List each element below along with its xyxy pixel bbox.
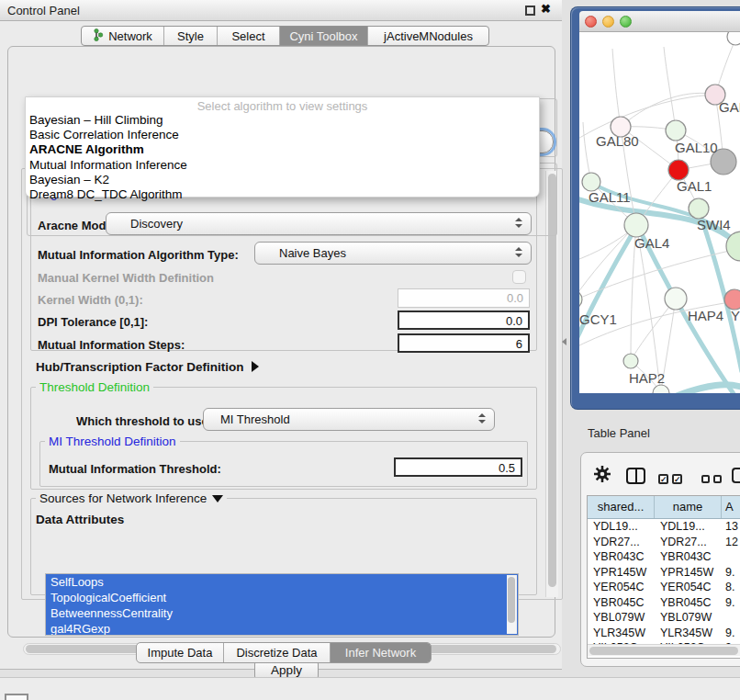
tab-cyni-toolbox-label: Cyni Toolbox [289, 29, 357, 43]
network-edge[interactable] [579, 225, 636, 299]
sources-legend[interactable]: Sources for Network Inference [36, 491, 227, 505]
table-cell: YER054C [588, 580, 655, 595]
table-cell: YLR345W [655, 626, 722, 641]
attribute-list-item[interactable]: TopologicalCoefficient [46, 590, 518, 605]
select-all-checkboxes-icon[interactable]: ✓✓ [658, 469, 686, 486]
stepper-arrows-icon [478, 413, 486, 423]
table-row[interactable]: YPR145WYPR145W9. [588, 565, 740, 581]
column-header-name[interactable]: name [655, 496, 722, 518]
network-node-hap4[interactable] [665, 288, 687, 310]
mac-minimize-icon[interactable] [602, 16, 614, 28]
function-builder-icon[interactable] [732, 468, 740, 483]
mi-steps-label: Mutual Information Steps: [38, 338, 185, 352]
partial-toolbar-icon[interactable] [5, 694, 28, 700]
table-row[interactable]: YDL19...YDL19...13 [588, 519, 740, 535]
control-panel-title: Control Panel [7, 4, 80, 17]
cyni-bottom-tabstrip: Impute Data Discretize Data Infer Networ… [136, 642, 432, 663]
splitpane-collapse-handle[interactable] [562, 338, 566, 345]
checked-box-icon: ✓ [672, 474, 682, 484]
data-attributes-list[interactable]: SelfLoopsTopologicalCoefficientBetweenne… [45, 573, 519, 636]
network-node-gal11[interactable] [582, 173, 600, 191]
network-node-gal4[interactable] [624, 213, 648, 237]
table-cell: YBL079W [588, 610, 655, 626]
network-edge[interactable] [612, 49, 621, 127]
table-row[interactable]: YDR27...YDR27...12 [588, 535, 740, 550]
attribute-list-item[interactable]: BetweennessCentrality [46, 605, 518, 621]
table-row[interactable]: YER054CYER054C8. [588, 580, 740, 595]
network-node-top-partial[interactable] [727, 32, 740, 45]
network-node-gal10[interactable] [666, 120, 686, 141]
network-node-gcy1[interactable] [579, 290, 582, 309]
algorithm-option[interactable]: Bayesian – K2 [26, 173, 539, 187]
network-edge[interactable] [621, 93, 715, 127]
column-header-shared-name[interactable]: shared... [588, 496, 655, 518]
tab-jactivemnodules[interactable]: jActiveMNodules [367, 27, 488, 45]
network-edge[interactable] [664, 47, 676, 130]
mi-steps-field[interactable]: 6 [398, 333, 530, 353]
float-window-icon[interactable] [525, 6, 535, 16]
gear-icon[interactable] [594, 466, 611, 486]
table-panel: ✓✓ shared... name A YDL19...YDL19...13YD… [580, 452, 740, 667]
kernel-width-field[interactable]: 0.0 [398, 288, 530, 308]
network-node-salmon[interactable] [724, 289, 740, 310]
which-threshold-combobox[interactable]: MI Threshold [203, 408, 495, 431]
attribute-list-item[interactable]: gal4RGexp [46, 621, 518, 636]
attribute-list-item[interactable]: SelfLoops [46, 574, 518, 590]
table-cell: 13 [722, 519, 740, 535]
table-cell: 9. [722, 595, 740, 611]
attributes-scrollbar[interactable] [507, 575, 517, 634]
scrollbar-thumb[interactable] [589, 647, 738, 655]
network-window-titlebar[interactable] [579, 11, 740, 32]
mac-zoom-icon[interactable] [620, 16, 632, 28]
tab-discretize-data[interactable]: Discretize Data [223, 643, 330, 662]
tab-network[interactable]: Network [82, 27, 163, 45]
mi-algorithm-type-value: Naive Bayes [255, 246, 346, 260]
tab-style[interactable]: Style [163, 27, 217, 45]
dpi-tolerance-field[interactable]: 0.0 [398, 310, 530, 330]
tab-network-label: Network [108, 29, 152, 43]
table-cell: YDL19... [588, 519, 655, 535]
manual-kernel-width-checkbox[interactable] [512, 270, 526, 284]
tab-impute-data[interactable]: Impute Data [137, 643, 223, 662]
network-node-bottom-partial[interactable] [653, 385, 669, 393]
hub-section-toggle[interactable]: Hub/Transcription Factor Definition [36, 360, 259, 374]
table-row[interactable]: YBR043CYBR043C [588, 549, 740, 565]
algorithm-option[interactable]: Bayesian – Hill Climbing [26, 113, 539, 128]
mi-threshold-field[interactable]: 0.5 [394, 457, 522, 477]
node-attribute-table[interactable]: shared... name A YDL19...YDL19...13YDR27… [587, 495, 740, 659]
show-columns-icon[interactable] [626, 468, 645, 484]
column-header-partial[interactable]: A [722, 496, 740, 518]
network-node-gal1-red[interactable] [668, 160, 689, 180]
hub-section-label: Hub/Transcription Factor Definition [36, 360, 244, 374]
dpi-tolerance-label: DPI Tolerance [0,1]: [38, 315, 148, 329]
mi-algorithm-type-combobox[interactable]: Naive Bayes [254, 242, 532, 265]
mi-algorithm-type-label: Mutual Information Algorithm Type: [38, 248, 239, 262]
algorithm-option[interactable]: Mutual Information Inference [26, 158, 539, 173]
close-icon[interactable]: ✖ [541, 2, 551, 16]
algorithm-option[interactable]: Dream8 DC_TDC Algorithm [26, 187, 539, 202]
algorithm-option[interactable]: ARACNE Algorithm [26, 142, 539, 157]
tab-infer-network[interactable]: Infer Network [330, 643, 431, 662]
table-horizontal-scrollbar[interactable] [588, 644, 740, 656]
tab-cyni-toolbox[interactable]: Cyni Toolbox [279, 27, 367, 45]
mac-close-icon[interactable] [585, 16, 597, 28]
algorithm-dropdown-list: Bayesian – Hill ClimbingBasic Correlatio… [26, 113, 539, 202]
table-cell: YBR045C [655, 595, 722, 611]
network-canvas[interactable]: GALGAL80GAL10GAL1GAL11SWI4GAL4GCY1HAP4YH… [579, 32, 740, 393]
table-cell: YDR27... [655, 535, 722, 550]
scrollbar-thumb[interactable] [508, 577, 515, 623]
network-node-hap2[interactable] [623, 354, 638, 368]
control-panel: Control Panel ✖ Network [0, 0, 562, 670]
algorithm-option[interactable]: Basic Correlation Inference [26, 128, 539, 142]
tab-select-label: Select [231, 29, 264, 43]
table-body: YDL19...YDL19...13YDR27...YDR27...12YBR0… [588, 519, 740, 656]
network-node-swi4[interactable] [689, 198, 709, 219]
collapsed-arrow-icon [252, 361, 259, 372]
cyni-toolbox-panel: Select algorithm to view settings Bayesi… [7, 46, 555, 638]
table-cell: 12 [722, 535, 740, 550]
table-row[interactable]: YLR345WYLR345W9. [588, 626, 740, 641]
table-row[interactable]: YBL079WYBL079W [588, 610, 740, 626]
tab-select[interactable]: Select [217, 27, 279, 45]
table-row[interactable]: YBR045CYBR045C9. [588, 595, 740, 611]
deselect-all-checkboxes-icon[interactable] [701, 470, 725, 487]
